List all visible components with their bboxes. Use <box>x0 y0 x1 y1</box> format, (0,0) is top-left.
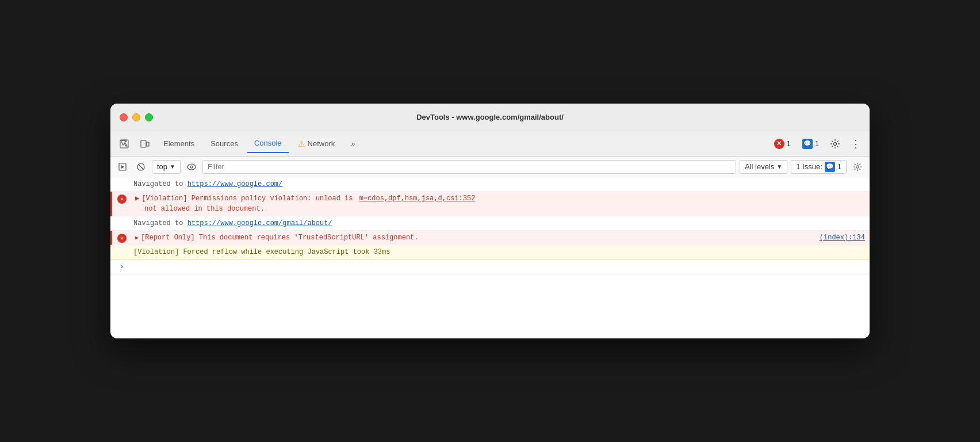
tab-elements[interactable]: Elements <box>156 135 201 153</box>
expand-triangle-1[interactable]: ▶ <box>135 193 139 204</box>
devtools-tabs: Elements Sources Console ⚠ Network » ✕ 1… <box>110 131 870 157</box>
log-levels-dropdown[interactable]: All levels ▼ <box>740 160 787 174</box>
execute-icon <box>118 163 127 171</box>
tab-console[interactable]: Console <box>247 135 289 153</box>
filter-input[interactable] <box>202 160 736 174</box>
svg-point-3 <box>834 142 837 145</box>
expand-triangle-2[interactable]: ▶ <box>135 234 139 242</box>
eye-icon <box>187 163 196 170</box>
close-button[interactable] <box>120 113 128 121</box>
message-badge: 💬 <box>802 139 813 149</box>
error-badge: ✕ <box>774 139 784 149</box>
svg-point-9 <box>190 166 193 168</box>
levels-chevron-icon: ▼ <box>776 163 782 170</box>
error-text-2: [Report Only] This document requires 'Tr… <box>141 233 418 243</box>
console-prompt-row[interactable]: › <box>110 260 870 275</box>
gear-icon <box>830 139 840 149</box>
clear-icon <box>137 163 145 171</box>
error-icon-2: ✕ <box>117 233 127 243</box>
network-warning-icon: ⚠ <box>298 139 305 148</box>
inspect-element-button[interactable] <box>115 135 133 153</box>
tab-sources[interactable]: Sources <box>204 135 245 153</box>
maximize-button[interactable] <box>145 113 153 121</box>
console-row-navigate-1: Navigated to https://www.google.com/ <box>110 177 870 192</box>
svg-rect-1 <box>141 140 146 147</box>
chevron-down-icon: ▼ <box>170 163 175 170</box>
error-count-button[interactable]: ✕ 1 <box>770 136 795 151</box>
svg-rect-2 <box>147 142 149 146</box>
execute-button[interactable] <box>115 159 130 174</box>
error-source-link-2[interactable]: (index):134 <box>820 233 865 243</box>
minimize-button[interactable] <box>132 113 140 121</box>
error-text-1: [Violation] Permissions policy violation… <box>141 193 357 204</box>
window-title: DevTools - www.google.com/gmail/about/ <box>416 113 564 121</box>
console-input[interactable] <box>124 263 865 271</box>
navigate-link-2[interactable]: https://www.google.com/gmail/about/ <box>187 218 332 228</box>
error-source-link-1[interactable]: m=cdos,dpf,hsm,jsa,d,csi:352 <box>359 193 476 204</box>
svg-point-8 <box>187 164 196 170</box>
console-output: Navigated to https://www.google.com/ ✕ ▶… <box>110 177 870 338</box>
inspect-icon <box>120 139 129 148</box>
navigate-label-1: Navigated to <box>133 179 187 189</box>
device-icon <box>140 139 150 148</box>
more-options-button[interactable]: ⋮ <box>847 135 865 153</box>
traffic-lights <box>120 113 153 121</box>
svg-point-10 <box>856 165 859 167</box>
prompt-chevron-icon: › <box>120 261 124 273</box>
console-settings-button[interactable] <box>850 159 865 174</box>
navigate-link-1[interactable]: https://www.google.com/ <box>187 179 283 189</box>
console-row-navigate-2: Navigated to https://www.google.com/gmai… <box>110 216 870 231</box>
console-row-error-1: ✕ ▶ [Violation] Permissions policy viola… <box>110 192 870 216</box>
more-options-icon: ⋮ <box>851 138 862 150</box>
console-toolbar: top ▼ All levels ▼ 1 Issue: 💬 1 <box>110 157 870 177</box>
live-expression-button[interactable] <box>184 159 199 174</box>
context-dropdown[interactable]: top ▼ <box>152 160 181 174</box>
navigate-label-2: Navigated to <box>133 218 187 228</box>
devtools-window: DevTools - www.google.com/gmail/about/ E… <box>110 104 870 338</box>
settings-button[interactable] <box>826 135 844 153</box>
svg-marker-5 <box>121 165 124 169</box>
svg-line-7 <box>139 165 143 169</box>
tab-network[interactable]: ⚠ Network <box>291 135 342 153</box>
error-text-1b: not allowed in this document. <box>144 205 265 213</box>
console-row-warning-1: [Violation] Forced reflow while executin… <box>110 245 870 260</box>
error-icon-1: ✕ <box>117 194 127 204</box>
tab-more[interactable]: » <box>344 135 362 153</box>
message-count-button[interactable]: 💬 1 <box>798 136 824 151</box>
titlebar: DevTools - www.google.com/gmail/about/ <box>110 104 870 131</box>
clear-console-button[interactable] <box>133 159 148 174</box>
warning-text-1: [Violation] Forced reflow while executin… <box>133 247 390 257</box>
console-gear-icon <box>853 162 862 172</box>
device-toggle-button[interactable] <box>136 135 154 153</box>
issues-button[interactable]: 1 Issue: 💬 1 <box>791 160 847 174</box>
console-row-error-2: ✕ ▶ [Report Only] This document requires… <box>110 231 870 245</box>
issues-badge: 💬 <box>825 162 835 172</box>
